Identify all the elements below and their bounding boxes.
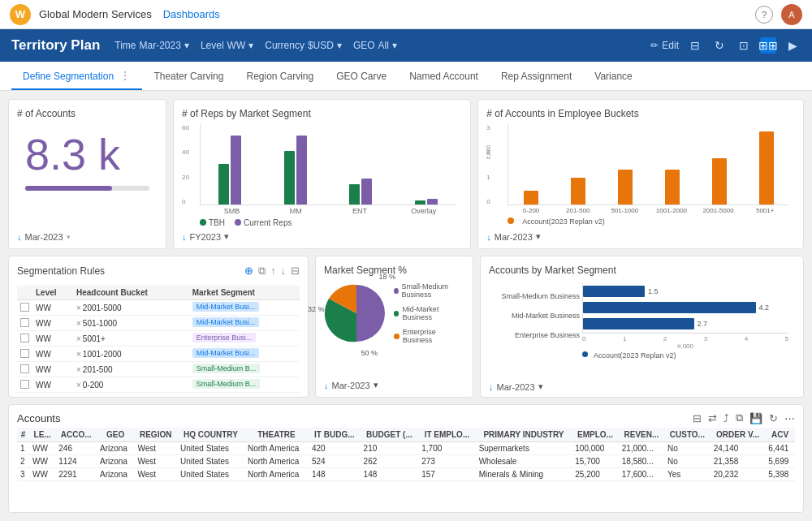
- col-it-budg---: IT BUDG...: [309, 428, 361, 442]
- tab-dots: ⋮: [116, 69, 131, 82]
- table-toolbar: ⊟ ⇄ ⤴ ⧉ 💾 ↻ ⋯: [693, 411, 795, 424]
- cell-13: No: [664, 455, 710, 468]
- avatar[interactable]: A: [781, 4, 802, 25]
- reps-widget: # of Reps by Market Segment 6040200: [173, 99, 471, 249]
- reps-widget-title: # of Reps by Market Segment: [182, 108, 462, 119]
- refresh-icon[interactable]: [711, 37, 728, 54]
- table-save-icon[interactable]: 💾: [749, 412, 762, 424]
- edit-label: Edit: [662, 40, 679, 51]
- row-checkbox[interactable]: [17, 331, 32, 347]
- reps-widget-footer[interactable]: ↓ FY2023: [182, 231, 229, 242]
- bar-smb-tbh: [218, 164, 229, 205]
- accounts-market-title: Accounts by Market Segment: [489, 265, 795, 276]
- cell-15: 5,398: [765, 468, 795, 481]
- tab-named-account[interactable]: Named Account: [398, 64, 490, 90]
- segmentation-rules-table: Level Headcount Bucket Market Segment WW…: [17, 286, 300, 393]
- cell-12: 21,000...: [619, 442, 664, 455]
- tab-variance[interactable]: Variance: [583, 64, 643, 90]
- currency-label: Currency: [265, 40, 304, 51]
- row-bucket: ×2001-5000: [73, 300, 189, 316]
- table-filter-icon[interactable]: ⊟: [693, 412, 702, 424]
- bar-group-smb: [205, 136, 255, 205]
- filter-icon[interactable]: [687, 37, 703, 54]
- accounts-widget-footer[interactable]: ↓ Mar-2023: [17, 232, 71, 242]
- row-checkbox[interactable]: [17, 362, 32, 377]
- row-segment: Mid-Market Busi...: [189, 316, 300, 331]
- accounts-market-dropdown-icon: [538, 381, 543, 392]
- camera-icon[interactable]: [736, 37, 752, 54]
- col-theatre: THEATRE: [244, 428, 309, 442]
- accounts-footer-label: Mar-2023: [25, 232, 63, 242]
- col-geo: GEO: [97, 428, 134, 442]
- legend-current-reps: Current Reps: [235, 218, 292, 227]
- middle-row-widgets: Segmentation Rules ⊕ ⧉ ↑ ↓ ⊟ Level Headc…: [8, 256, 804, 398]
- cell-12: 17,600...: [619, 468, 664, 481]
- row-checkbox[interactable]: [17, 377, 32, 393]
- seg-rule-row: WW ×501-1000 Mid-Market Busi...: [17, 316, 300, 331]
- tab-rep-assignment[interactable]: Rep Assignment: [490, 64, 583, 90]
- row-bucket: ×201-500: [73, 362, 189, 377]
- reps-footer-label: FY2023: [190, 232, 222, 242]
- table-more-icon[interactable]: ⋯: [784, 412, 795, 424]
- dashboards-link[interactable]: Dashboards: [163, 8, 220, 20]
- table-refresh-icon[interactable]: ↻: [769, 412, 778, 424]
- row-level: WW: [32, 377, 73, 393]
- video-icon[interactable]: [784, 37, 801, 54]
- row-checkbox[interactable]: [17, 316, 32, 331]
- help-icon[interactable]: ?: [755, 6, 773, 24]
- bar-group-mm: [271, 136, 321, 205]
- tab-theater-carving[interactable]: Theater Carving: [142, 64, 235, 90]
- time-label: Time: [114, 40, 136, 51]
- seg-copy-icon[interactable]: ⧉: [258, 265, 266, 278]
- col-it-emplo---: IT EMPLO...: [418, 428, 475, 442]
- cell-12: 18,580...: [619, 455, 664, 468]
- cell-8: 148: [361, 468, 419, 481]
- bar-ent-tbh: [349, 184, 360, 205]
- employee-bucket-footer[interactable]: ↓ Mar-2023: [486, 231, 541, 242]
- currency-control[interactable]: Currency $USD: [265, 40, 342, 51]
- seg-add-icon[interactable]: ⊕: [244, 265, 253, 278]
- h-label-small-medium: Small-Medium Business: [489, 288, 580, 304]
- seg-filter-icon[interactable]: ⊟: [291, 265, 300, 278]
- seg-up-icon[interactable]: ↑: [270, 265, 276, 278]
- accounts-section: Accounts ⊟ ⇄ ⤴ ⧉ 💾 ↻ ⋯ #LE...ACCO...GEOR…: [8, 404, 804, 513]
- col-budget-----: BUDGET (...: [361, 428, 419, 442]
- tab-geo-carve[interactable]: GEO Carve: [325, 64, 398, 90]
- seg-rules-toolbar: ⊕ ⧉ ↑ ↓ ⊟: [244, 265, 300, 278]
- cell-3: Arizona: [97, 468, 134, 481]
- nav-right: ? A: [755, 4, 802, 25]
- col-order-v---: ORDER V...: [710, 428, 766, 442]
- cell-9: 1,700: [418, 442, 475, 455]
- cell-5: United States: [177, 442, 244, 455]
- grid-view-icon[interactable]: ⊞: [760, 37, 776, 54]
- bar-group-overlay: [402, 199, 451, 205]
- x-label-overlay: Overlay: [391, 207, 456, 215]
- edit-button[interactable]: Edit: [650, 40, 679, 51]
- time-control[interactable]: Time Mar-2023: [114, 40, 189, 51]
- row-checkbox[interactable]: [17, 300, 32, 316]
- cell-0: 2: [17, 455, 29, 468]
- table-share-icon[interactable]: ⤴: [723, 412, 729, 424]
- accounts-progress-bar-container: [25, 186, 149, 191]
- table-transfer-icon[interactable]: ⇄: [708, 412, 717, 424]
- x-label-smb: SMB: [200, 207, 264, 215]
- row-checkbox[interactable]: [17, 347, 32, 362]
- header-right-actions: Edit ⊞: [650, 37, 801, 54]
- bar-mm-tbh: [284, 151, 295, 205]
- accounts-market-footer[interactable]: ↓ Mar-2023: [489, 381, 543, 392]
- market-seg-footer[interactable]: ↓ Mar-2023: [324, 380, 378, 390]
- tab-define-segmentation[interactable]: Define Segmentation ⋮: [11, 62, 142, 90]
- seg-down-icon[interactable]: ↓: [281, 265, 287, 278]
- row-segment: Mid-Market Busi...: [189, 347, 300, 362]
- geo-control[interactable]: GEO All: [353, 40, 397, 51]
- x-label-0-200: 0-200: [508, 207, 555, 214]
- level-control[interactable]: Level WW: [201, 40, 253, 51]
- cell-3: Arizona: [97, 455, 134, 468]
- x-label-mm: MM: [264, 207, 328, 215]
- tab-region-carving[interactable]: Region Carving: [235, 64, 325, 90]
- table-copy-icon[interactable]: ⧉: [736, 411, 743, 424]
- market-segment-widget: Market Segment % 18 % 32 % 50 %: [315, 256, 473, 398]
- row-bucket: ×501-1000: [73, 316, 189, 331]
- pie-label-50: 50 %: [361, 349, 378, 357]
- cell-8: 210: [361, 442, 419, 455]
